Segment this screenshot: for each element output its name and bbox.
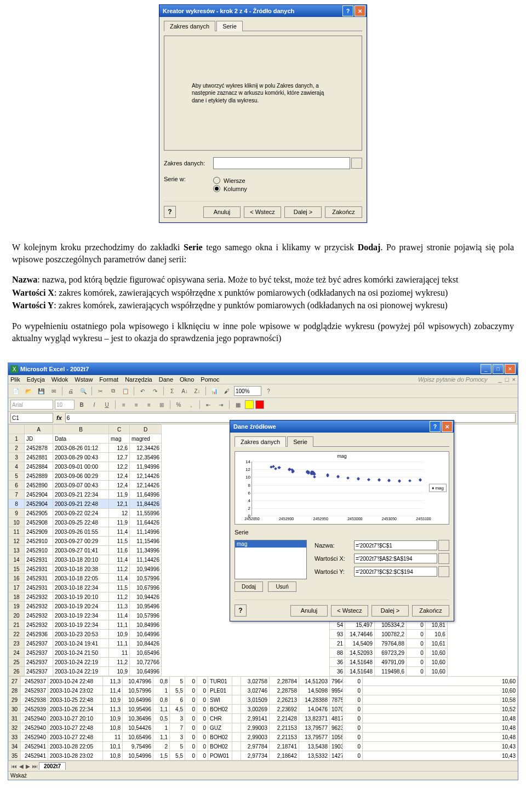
chart-title: mag [235, 452, 449, 459]
minimize-icon[interactable]: _ [481, 364, 491, 374]
series-section-label: Serie [235, 529, 449, 535]
undo-icon[interactable]: ↶ [137, 385, 148, 396]
copy-icon[interactable]: ⧉ [107, 385, 118, 396]
menu-edit[interactable]: Edycja [27, 376, 45, 383]
range-selector-icon[interactable] [438, 566, 449, 577]
range-selector-icon[interactable] [438, 553, 449, 564]
paste-icon[interactable]: 📋 [120, 385, 131, 396]
series-item-mag[interactable]: mag [235, 540, 306, 548]
close-icon[interactable]: ✕ [355, 5, 365, 16]
underline-icon[interactable]: U [101, 399, 112, 410]
x-values-label: Wartości X: [315, 555, 354, 562]
indent-dec-icon[interactable]: ⇤ [203, 399, 214, 410]
last-sheet-icon[interactable]: ⏭ [32, 763, 38, 769]
zoom-input[interactable] [234, 386, 261, 396]
menu-window[interactable]: Okno [180, 376, 194, 383]
x-values-input[interactable] [354, 554, 437, 563]
print-icon[interactable]: 🖨 [65, 385, 76, 396]
help-icon[interactable]: ? [263, 385, 274, 396]
help-icon[interactable]: ? [430, 421, 441, 432]
remove-series-button[interactable]: Usuń [268, 581, 296, 592]
comma-icon[interactable]: , [186, 399, 197, 410]
spreadsheet-grid: ABCD 1JDDatamagmagred224528782003-08-26 … [8, 424, 518, 676]
save-icon[interactable]: 💾 [36, 385, 47, 396]
series-name-input[interactable] [354, 540, 437, 550]
new-icon[interactable]: 📄 [10, 385, 21, 396]
tab-series[interactable]: Serie [216, 21, 243, 31]
first-sheet-icon[interactable]: ⏮ [12, 763, 17, 769]
menu-help[interactable]: Pomoc [201, 376, 219, 383]
grid-left[interactable]: ABCD 1JDDatamagmagred224528782003-08-26 … [8, 424, 162, 676]
font-size-input[interactable] [55, 400, 75, 410]
add-series-button[interactable]: Dodaj [235, 581, 263, 592]
fx-icon[interactable]: fx [56, 414, 62, 421]
menu-data[interactable]: Dane [159, 376, 173, 383]
radio-rows[interactable]: Wiersze [213, 177, 247, 184]
font-color-icon[interactable] [255, 400, 264, 409]
cancel-button[interactable]: Anuluj [203, 206, 241, 218]
next-button[interactable]: Dalej > [371, 605, 409, 617]
context-help-icon[interactable]: ? [235, 604, 247, 617]
next-button[interactable]: Dalej > [284, 206, 322, 218]
finish-button[interactable]: Zakończ [412, 605, 449, 617]
tab-data-range[interactable]: Zakres danych [164, 21, 215, 31]
chart-preview: mag 024681012142452850245290024529502453… [235, 451, 449, 525]
excel-title: Microsoft Excel - 2002t7 [20, 366, 89, 372]
menu-file[interactable]: Plik [10, 376, 20, 383]
tab-data-range[interactable]: Zakres danych [235, 436, 286, 447]
tab-series[interactable]: Serie [287, 436, 313, 447]
maximize-icon[interactable]: □ [493, 364, 504, 374]
drawing-icon[interactable]: 🖌 [221, 385, 232, 396]
excel-titlebar: X Microsoft Excel - 2002t7 _ □ ✕ [8, 363, 518, 375]
menu-insert[interactable]: Wstaw [75, 376, 93, 383]
dialog-title: Dane źródłowe [233, 423, 428, 430]
context-help-icon[interactable]: ? [164, 206, 176, 218]
cancel-button[interactable]: Anuluj [290, 605, 328, 617]
finish-button[interactable]: Zakończ [325, 206, 362, 218]
ask-question-box[interactable]: Wpisz pytanie do Pomocy [418, 376, 488, 383]
sort-asc-icon[interactable]: A↓ [179, 385, 190, 396]
font-name-input[interactable] [10, 400, 53, 410]
series-name-label: Nazwa: [315, 542, 354, 549]
close-icon[interactable]: ✕ [442, 421, 453, 432]
help-icon[interactable]: ? [342, 5, 353, 16]
mail-icon[interactable]: ✉ [48, 385, 59, 396]
fill-color-icon[interactable] [245, 400, 254, 409]
align-right-icon[interactable]: ≡ [144, 399, 155, 410]
chart-wizard-icon[interactable]: 📊 [209, 385, 220, 396]
italic-icon[interactable]: I [89, 399, 100, 410]
redo-icon[interactable]: ↷ [150, 385, 161, 396]
menu-tools[interactable]: Narzędzia [125, 376, 152, 383]
format-toolbar: B I U ≡ ≡ ≡ ⊞ % , ⇤ ⇥ ▦ [8, 398, 518, 412]
align-left-icon[interactable]: ≡ [118, 399, 129, 410]
currency-icon[interactable]: % [173, 399, 184, 410]
bold-icon[interactable]: B [76, 399, 87, 410]
next-sheet-icon[interactable]: ▶ [26, 763, 30, 769]
name-box[interactable] [10, 413, 53, 423]
grid-full[interactable]: 2724529372003-10-24 22:4811,310,479960,8… [8, 676, 518, 761]
series-list[interactable]: mag [235, 540, 307, 579]
align-center-icon[interactable]: ≡ [131, 399, 142, 410]
close-icon[interactable]: ✕ [505, 364, 516, 374]
back-button[interactable]: < Wstecz [331, 605, 368, 617]
menu-format[interactable]: Format [99, 376, 118, 383]
sort-desc-icon[interactable]: Z↓ [192, 385, 203, 396]
menu-bar: Plik Edycja Widok Wstaw Format Narzędzia… [8, 375, 518, 384]
borders-icon[interactable]: ▦ [232, 399, 243, 410]
range-selector-icon[interactable] [351, 158, 362, 169]
cut-icon[interactable]: ✂ [95, 385, 106, 396]
merge-icon[interactable]: ⊞ [156, 399, 167, 410]
open-icon[interactable]: 📂 [23, 385, 34, 396]
range-selector-icon[interactable] [438, 540, 449, 551]
sheet-tab[interactable]: 2002t7 [39, 762, 66, 770]
indent-inc-icon[interactable]: ⇥ [215, 399, 226, 410]
radio-columns[interactable]: Kolumny [213, 185, 247, 192]
menu-view[interactable]: Widok [52, 376, 68, 383]
preview-icon[interactable]: 🔍 [78, 385, 89, 396]
data-range-label: Zakres danych: [164, 160, 213, 166]
data-range-input[interactable] [213, 157, 350, 169]
prev-sheet-icon[interactable]: ◀ [19, 763, 24, 769]
back-button[interactable]: < Wstecz [244, 206, 281, 218]
y-values-input[interactable] [354, 567, 437, 577]
sum-icon[interactable]: Σ [167, 385, 178, 396]
